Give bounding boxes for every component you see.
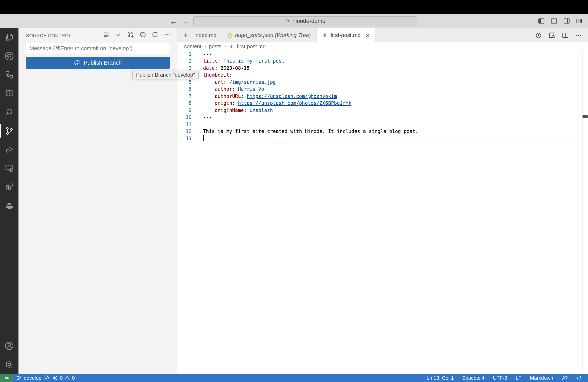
line-number[interactable]: 8 [177,100,191,106]
graph-plus-icon[interactable] [127,31,134,38]
code-line-9[interactable]: 9 originName: Unsplash [177,107,588,114]
overview-ruler[interactable] [582,50,583,374]
activity-hierarchy[interactable] [0,65,19,84]
command-center-search[interactable]: hinode-demo [193,16,417,26]
activity-bar [0,28,19,374]
code-line-8[interactable]: 8 origin: https://unsplash.com/photos/ZX… [177,100,588,107]
run-debug-icon [4,145,14,154]
toggle-secondary-sidebar-icon[interactable] [563,18,570,24]
code-line-12[interactable]: 12This is my first site created with Hin… [177,128,588,135]
extensions-icon [4,182,14,192]
code-line-6[interactable]: 6 author: Harris Vo [177,86,588,93]
docker-icon [4,201,14,211]
customize-layout-icon[interactable] [576,18,583,24]
code-line-13[interactable]: 13 [177,135,588,142]
indentation[interactable]: Spaces: 4 [462,375,485,381]
line-number[interactable]: 7 [177,93,191,99]
code-text: url: /img/sunrise.jpg [203,79,276,85]
tab-index-md[interactable]: _index.md [177,28,222,42]
activity-docker[interactable] [0,196,19,215]
toggle-panel-icon[interactable] [551,18,557,24]
line-number[interactable]: 6 [177,86,191,92]
close-tab-icon[interactable]: × [366,32,370,39]
code-line-3[interactable]: 3date: 2023-08-15 [177,64,588,72]
line-number[interactable]: 10 [177,114,191,120]
eol-sequence[interactable]: LF [516,375,522,381]
notifications-bell-icon[interactable] [576,375,582,381]
current-line-highlight [201,135,582,142]
code-line-11[interactable]: 11 [177,121,588,128]
cursor-position[interactable]: Ln 13, Col 1 [426,375,454,381]
branch-status[interactable]: develop [16,375,49,381]
line-number[interactable]: 13 [177,136,191,141]
code-line-2[interactable]: 2title: This is my first post [177,58,588,65]
open-changes-icon[interactable] [535,32,542,39]
code-text: date: 2023-08-15 [203,65,250,71]
chevron-right-icon: › [224,44,226,49]
book-icon [4,89,14,98]
line-number[interactable]: 2 [177,58,191,64]
problems-status[interactable]: 0 0 [52,375,75,381]
view-as-list-icon[interactable] [103,31,110,38]
tab-first-post-md[interactable]: first-post.md × [317,28,376,42]
editor-actions [535,28,588,42]
remote-indicator[interactable]: >< [0,374,13,382]
more-actions-icon[interactable] [164,31,171,38]
vscode-window: ← → hinode-demo [0,0,588,382]
tab-hugo-stats-json[interactable]: {} hugo_stats.json (Working Tree) [222,28,317,42]
error-icon [52,375,58,381]
breadcrumb: content › posts › first-post.md [177,42,588,50]
source-control-icon [4,126,14,136]
publish-branch-button[interactable]: Publish Branch [26,57,170,69]
activity-source-control[interactable] [0,121,19,140]
activity-run-debug[interactable] [0,140,19,159]
history-icon[interactable] [139,31,146,38]
code-area[interactable]: 1---2title: This is my first post3date: … [177,50,588,142]
activity-settings[interactable] [0,355,19,374]
activity-extensions[interactable] [0,177,19,196]
commit-message-input[interactable] [26,43,170,54]
tab-label: hugo_stats.json (Working Tree) [235,32,311,39]
breadcrumb-content[interactable]: content [184,43,201,50]
code-text: origin: https://unsplash.com/photos/ZX6B… [203,100,351,106]
activity-search[interactable] [0,103,19,121]
code-line-5[interactable]: 5 url: /img/sunrise.jpg [177,79,588,86]
commit-check-icon[interactable] [115,31,122,38]
line-number[interactable]: 11 [177,122,191,127]
code-text: thumbnail: [203,72,232,78]
navigate-forward-icon[interactable]: → [182,16,190,27]
navigate-back-icon[interactable]: ← [170,16,178,27]
code-text: --- [203,114,212,120]
editor-tab-bar: _index.md {} hugo_stats.json (Working Tr… [177,28,588,42]
activity-remote-explorer[interactable] [0,159,19,177]
line-number[interactable]: 12 [177,128,191,134]
breadcrumb-file[interactable]: first-post.md [237,43,266,50]
activity-explorer[interactable] [0,28,19,47]
language-mode[interactable]: Markdown [530,375,553,381]
code-line-1[interactable]: 1--- [177,50,588,58]
line-number[interactable]: 9 [177,107,191,113]
activity-accounts[interactable] [0,337,19,355]
code-line-10[interactable]: 10--- [177,114,588,121]
line-number[interactable]: 1 [177,51,191,57]
activity-docs[interactable] [0,84,19,103]
line-number[interactable]: 3 [177,65,191,71]
more-actions-icon[interactable] [575,32,582,39]
line-number[interactable]: 5 [177,79,191,85]
publish-branch-label: Publish Branch [84,60,122,66]
open-preview-icon[interactable] [548,32,555,39]
search-value: hinode-demo [292,18,326,24]
feedback-icon[interactable] [562,375,568,381]
top-black-strip [0,0,588,14]
publish-branch-tooltip: Publish Branch "develop" [132,71,199,79]
split-editor-icon[interactable] [562,32,569,39]
encoding[interactable]: UTF-8 [493,375,507,381]
toggle-primary-sidebar-icon[interactable] [538,18,545,24]
code-line-4[interactable]: 4thumbnail: [177,72,588,79]
refresh-icon[interactable] [151,31,159,38]
code-line-7[interactable]: 7 authorURL: https://unsplash.com/@hoanv… [177,93,588,100]
activity-github[interactable] [0,47,19,65]
chevron-right-icon: › [204,44,206,49]
breadcrumb-posts[interactable]: posts [209,43,221,50]
error-count: 0 [60,375,63,381]
